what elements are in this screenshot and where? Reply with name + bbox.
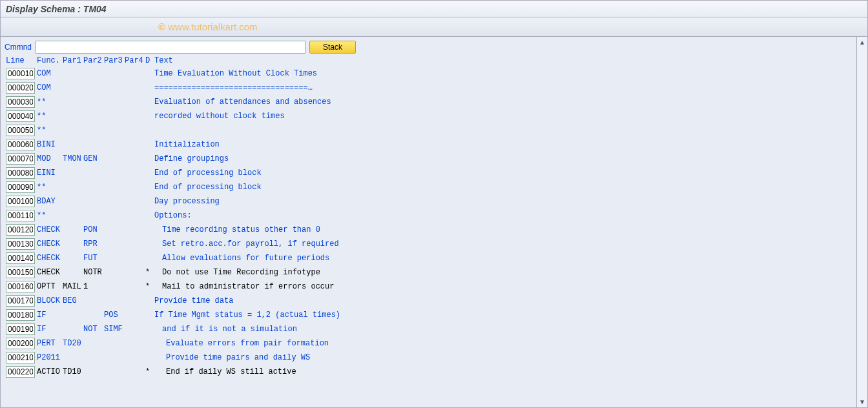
row-content: CHECKFUTAllow evaluations for future per…: [37, 254, 329, 263]
cell-func: BDAY: [37, 197, 63, 206]
cell-par2: NOTR: [83, 268, 104, 277]
row-content: PERTTD20Evaluate errors from pair format…: [37, 339, 329, 348]
table-row: COM=================================…: [5, 81, 852, 95]
cell-d: *: [145, 367, 154, 376]
row-content: CHECKRPRSet retro.acc.for payroll, if re…: [37, 240, 339, 249]
cell-text: Time recording status other than 0: [154, 225, 320, 234]
row-content: **Evaluation of attendances and absences: [37, 97, 331, 107]
table-row: PERTTD20Evaluate errors from pair format…: [5, 336, 852, 351]
table-row: MODTMONGENDefine groupings: [5, 152, 852, 166]
cell-par1: TD20: [63, 339, 83, 348]
row-content: CHECKNOTR*Do not use Time Recording info…: [37, 268, 320, 277]
schema-rows: COMTime Evaluation Without Clock TimesCO…: [5, 66, 852, 379]
table-row: **End of processing block: [5, 180, 852, 194]
cell-par1: TMON: [63, 154, 83, 163]
line-number-field[interactable]: [6, 167, 35, 179]
cell-text: Evaluation of attendances and absences: [154, 97, 331, 107]
row-content: P2011Provide time pairs and daily WS: [37, 353, 310, 362]
cell-func: CHECK: [37, 268, 63, 277]
content-area: Cmmnd Stack Line Func. Par1 Par2 Par3 Pa…: [1, 37, 856, 407]
column-header-row: Line Func. Par1 Par2 Par3 Par4 D Text: [6, 56, 852, 65]
row-content: **: [37, 126, 154, 135]
cell-text: If Time Mgmt status = 1,2 (actual times): [154, 311, 340, 320]
cell-par3: POS: [104, 311, 125, 320]
cell-text: Provide time pairs and daily WS: [154, 353, 310, 362]
hdr-par4: Par4: [125, 56, 145, 65]
row-content: **Options:: [37, 211, 192, 220]
line-number-field[interactable]: [6, 210, 35, 221]
command-input[interactable]: [36, 41, 305, 54]
command-row: Cmmnd Stack: [5, 41, 852, 54]
hdr-d: D: [145, 56, 154, 65]
cell-par2: FUT: [83, 254, 104, 263]
cell-func: PERT: [37, 339, 63, 348]
table-row: BINIInitialization: [5, 138, 852, 152]
cell-func: **: [37, 97, 63, 107]
hdr-line: Line: [6, 56, 37, 65]
watermark: © www.tutorialkart.com: [158, 21, 258, 32]
line-number-field[interactable]: [6, 238, 35, 250]
cell-text: =================================…: [154, 83, 313, 92]
table-row: OPTTMAIL1*Mail to administrator if error…: [5, 280, 852, 294]
line-number-field[interactable]: [6, 153, 35, 165]
line-number-field[interactable]: [6, 196, 35, 207]
table-row: **Evaluation of attendances and absences: [5, 95, 852, 109]
line-number-field[interactable]: [6, 267, 35, 278]
title-bar: Display Schema : TM04: [1, 1, 867, 17]
cell-text: recorded without clock times: [154, 112, 285, 121]
line-number-field[interactable]: [6, 338, 35, 349]
cell-func: CHECK: [37, 240, 63, 249]
table-row: CHECKFUTAllow evaluations for future per…: [5, 251, 852, 265]
sap-window: Display Schema : TM04 © www.tutorialkart…: [0, 0, 868, 408]
line-number-field[interactable]: [6, 139, 35, 150]
line-number-field[interactable]: [6, 110, 35, 122]
window-title: Display Schema : TM04: [6, 4, 107, 14]
cell-text: Evaluate errors from pair formation: [154, 339, 329, 348]
scroll-track[interactable]: [857, 48, 867, 396]
cell-par1: TD10: [63, 367, 83, 376]
cell-par3: SIMF: [104, 325, 125, 334]
table-row: ACTIOTD10*End if daily WS still active: [5, 365, 852, 379]
cell-func: CHECK: [37, 225, 63, 234]
row-content: IFNOTSIMFand if it is not a simulation: [37, 325, 297, 334]
line-number-field[interactable]: [6, 352, 35, 363]
cell-func: P2011: [37, 353, 63, 362]
table-row: CHECKRPRSet retro.acc.for payroll, if re…: [5, 237, 852, 251]
scroll-up-arrow-icon[interactable]: ▲: [857, 37, 867, 48]
cell-func: IF: [37, 325, 63, 334]
row-content: IFPOSIf Time Mgmt status = 1,2 (actual t…: [37, 311, 340, 320]
line-number-field[interactable]: [6, 181, 35, 193]
hdr-func: Func.: [37, 56, 63, 65]
cell-func: EINI: [37, 168, 63, 178]
stack-button[interactable]: Stack: [309, 41, 356, 54]
cell-func: **: [37, 211, 63, 220]
line-number-field[interactable]: [6, 224, 35, 236]
line-number-field[interactable]: [6, 295, 35, 307]
cell-d: *: [145, 268, 154, 277]
line-number-field[interactable]: [6, 323, 35, 335]
cell-func: **: [37, 112, 63, 121]
line-number-field[interactable]: [6, 68, 35, 79]
cell-d: *: [145, 282, 154, 291]
line-number-field[interactable]: [6, 252, 35, 264]
cell-func: BLOCK: [37, 296, 63, 305]
row-content: BINIInitialization: [37, 140, 220, 149]
line-number-field[interactable]: [6, 281, 35, 292]
line-number-field[interactable]: [6, 366, 35, 378]
cell-func: **: [37, 183, 63, 192]
cell-func: BINI: [37, 140, 63, 149]
line-number-field[interactable]: [6, 125, 35, 136]
line-number-field[interactable]: [6, 96, 35, 108]
table-row: EINIEnd of processing block: [5, 166, 852, 180]
vertical-scrollbar[interactable]: ▲ ▼: [856, 37, 867, 407]
cell-text: End of processing block: [154, 168, 262, 178]
scroll-down-arrow-icon[interactable]: ▼: [857, 396, 867, 407]
row-content: COMTime Evaluation Without Clock Times: [37, 69, 317, 78]
row-content: MODTMONGENDefine groupings: [37, 154, 229, 163]
hdr-text: Text: [154, 56, 852, 65]
table-row: **: [5, 123, 852, 138]
application-toolbar: © www.tutorialkart.com: [1, 17, 867, 37]
line-number-field[interactable]: [6, 309, 35, 321]
line-number-field[interactable]: [6, 82, 35, 94]
cell-func: OPTT: [37, 282, 63, 291]
